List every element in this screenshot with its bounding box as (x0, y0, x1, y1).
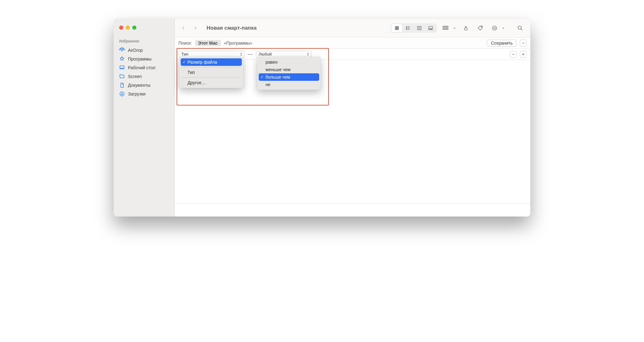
menu-item-label: меньше чем (266, 67, 290, 72)
sidebar-item-label: Screen (128, 74, 142, 79)
rule-attribute-value: Тип (181, 52, 188, 56)
sidebar-item-downloads[interactable]: Загрузки (114, 90, 174, 98)
share-button[interactable] (461, 24, 471, 32)
menu-item-file-size[interactable]: ✓ Размер файла (181, 58, 242, 66)
main-area: Новая смарт-папка (175, 19, 530, 217)
menu-item-label: Размер файла (188, 60, 217, 65)
status-bar-divider (175, 203, 530, 203)
chevron-down-icon (453, 27, 456, 30)
back-button[interactable] (180, 25, 187, 31)
attribute-dropdown-menu: ✓ Размер файла Тип Другое… (179, 57, 243, 88)
scope-this-mac[interactable]: Этот Mac (195, 40, 221, 46)
scope-current-folder[interactable]: «Программы» (224, 41, 252, 46)
minimize-window-button[interactable] (126, 26, 130, 30)
sidebar-item-screen[interactable]: Screen (114, 72, 174, 81)
svg-point-7 (406, 27, 407, 27)
view-columns-button[interactable] (414, 24, 425, 32)
save-smart-folder-button[interactable]: Сохранить (487, 40, 517, 46)
scope-label: Поиск: (178, 41, 192, 46)
view-gallery-button[interactable] (425, 24, 436, 32)
forward-button[interactable] (192, 25, 198, 31)
svg-rect-6 (397, 28, 399, 30)
sidebar-item-label: AirDrop (128, 48, 143, 53)
operator-dropdown-menu: равен меньше чем ✓ больше чем не (257, 57, 321, 90)
sidebar-item-airdrop[interactable]: AirDrop (114, 46, 174, 55)
nav-arrows (180, 25, 198, 31)
folder-icon (119, 74, 125, 79)
svg-rect-18 (443, 28, 444, 29)
svg-rect-14 (432, 29, 432, 30)
svg-rect-16 (445, 26, 446, 27)
svg-point-0 (121, 50, 123, 51)
svg-rect-4 (397, 26, 399, 28)
rule-value-value: Любой (259, 52, 272, 56)
remove-criteria-button[interactable] (520, 40, 527, 46)
svg-rect-20 (447, 28, 448, 29)
menu-item-label: равен (266, 60, 277, 65)
svg-point-26 (495, 28, 496, 28)
svg-point-22 (481, 27, 482, 27)
menu-item-less-than[interactable]: меньше чем (259, 66, 319, 73)
menu-item-equals[interactable]: равен (259, 58, 319, 66)
close-window-button[interactable] (119, 26, 123, 30)
view-switcher (391, 23, 437, 33)
sidebar: Избранное AirDrop Программы Рабочий стол (114, 19, 175, 217)
svg-rect-15 (443, 26, 444, 27)
svg-point-27 (518, 26, 521, 29)
menu-separator (181, 67, 241, 67)
svg-point-8 (406, 28, 407, 28)
sidebar-item-label: Документы (128, 83, 150, 88)
svg-rect-19 (445, 28, 446, 29)
svg-point-25 (494, 28, 495, 28)
group-by-button[interactable] (441, 24, 451, 32)
svg-rect-1 (120, 66, 124, 69)
desktop-icon (119, 65, 125, 71)
sidebar-section-favorites: Избранное (114, 39, 174, 46)
menu-item-greater-than[interactable]: ✓ больше чем (259, 73, 319, 81)
menu-item-not[interactable]: не (259, 81, 319, 88)
menu-separator (181, 77, 241, 78)
rule-separator: — (248, 51, 253, 57)
svg-rect-12 (429, 29, 430, 30)
checkmark-icon: ✓ (261, 75, 264, 79)
view-list-button[interactable] (402, 24, 414, 32)
toolbar: Новая смарт-папка (175, 19, 530, 37)
sidebar-item-documents[interactable]: Документы (114, 81, 174, 90)
svg-rect-3 (395, 26, 397, 28)
caret-icon (240, 52, 242, 56)
svg-rect-11 (429, 26, 432, 28)
sidebar-item-applications[interactable]: Программы (114, 55, 174, 63)
sidebar-item-label: Загрузки (128, 91, 145, 96)
zoom-window-button[interactable] (132, 26, 136, 30)
downloads-icon (119, 91, 125, 97)
menu-item-label: Другое… (188, 80, 206, 85)
window-title: Новая смарт-папка (207, 25, 256, 31)
menu-item-label: Тип (188, 70, 195, 75)
search-scope-bar: Поиск: Этот Mac «Программы» Сохранить (175, 37, 530, 49)
menu-item-other[interactable]: Другое… (181, 79, 242, 86)
remove-rule-button[interactable] (510, 51, 517, 58)
toolbar-right-group (441, 24, 525, 32)
tags-button[interactable] (476, 24, 485, 32)
checkmark-icon: ✓ (183, 60, 186, 64)
svg-rect-17 (447, 26, 448, 27)
sidebar-item-label: Программы (128, 56, 152, 61)
view-icons-button[interactable] (391, 24, 402, 32)
caret-icon (307, 52, 309, 56)
actions-button[interactable] (490, 24, 499, 32)
menu-item-type[interactable]: Тип (181, 69, 242, 76)
svg-rect-10 (417, 26, 421, 30)
sidebar-item-desktop[interactable]: Рабочий стол (114, 63, 174, 72)
window-controls (114, 26, 174, 30)
applications-icon (119, 56, 125, 62)
svg-rect-5 (395, 28, 397, 30)
menu-item-label: больше чем (266, 75, 290, 80)
document-icon (119, 82, 125, 88)
airdrop-icon (119, 47, 125, 53)
svg-point-24 (493, 28, 494, 28)
svg-rect-13 (430, 29, 431, 30)
add-rule-button[interactable] (520, 51, 527, 58)
menu-item-label: не (266, 82, 271, 87)
search-button[interactable] (515, 24, 525, 32)
chevron-down-icon (502, 27, 505, 30)
